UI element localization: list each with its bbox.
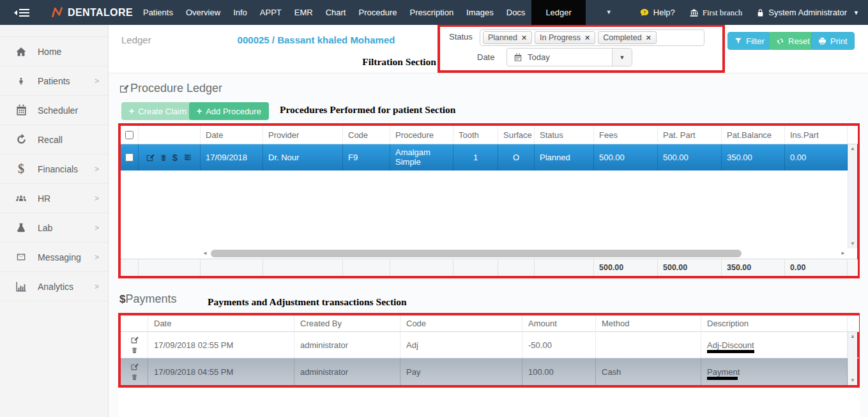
column-header-pat-part[interactable]: Pat. Part [658, 126, 722, 144]
status-multiselect[interactable]: Planned ✕ In Progress ✕ Completed ✕ [480, 29, 704, 46]
annotation-box-payments-table: Date Created By Code Amount Method Descr… [118, 313, 860, 388]
create-claim-button[interactable]: + Create Claim [121, 102, 194, 120]
column-header-date[interactable]: Date [148, 315, 294, 332]
status-tag-planned[interactable]: Planned ✕ [483, 31, 532, 44]
refresh-icon [776, 37, 784, 45]
nav-item-chart[interactable]: Chart [319, 0, 353, 25]
chevron-right-icon: > [95, 77, 99, 86]
column-header-tooth[interactable]: Tooth [453, 126, 498, 144]
column-header-pat-balance[interactable]: Pat.Balance [722, 126, 785, 144]
nav-item-images[interactable]: Images [460, 0, 500, 25]
edit-row-icon[interactable] [146, 153, 155, 162]
column-header-fees[interactable]: Fees [594, 126, 658, 144]
procedure-table-header: Date Provider Code Procedure Tooth Surfa… [121, 126, 857, 144]
select-all-checkbox[interactable] [125, 131, 133, 139]
sidebar-item-label: HR [38, 193, 50, 204]
date-select[interactable]: Today ▼ [506, 48, 632, 66]
edit-row-icon[interactable] [130, 336, 139, 344]
scrollbar-thumb[interactable] [211, 250, 742, 257]
ledger-lines-icon[interactable] [183, 153, 193, 162]
date-dropdown-button[interactable]: ▼ [612, 49, 632, 66]
sidebar-item-hr[interactable]: HR > [0, 184, 108, 213]
nav-item-ledger-active[interactable]: Ledger [531, 0, 585, 25]
procedure-vertical-scrollbar[interactable]: ▲ ▼ [848, 144, 857, 248]
delete-row-icon[interactable] [160, 153, 167, 162]
column-header-surface[interactable]: Surface [498, 126, 535, 144]
payments-actions-header [121, 315, 148, 332]
edit-row-icon[interactable] [130, 363, 139, 371]
print-button[interactable]: Print [811, 32, 855, 50]
sidebar-item-lab[interactable]: Lab > [0, 213, 108, 243]
column-header-method[interactable]: Method [596, 315, 701, 332]
nav-item-info[interactable]: Info [227, 0, 254, 25]
sidebar-item-home[interactable]: Home [0, 37, 108, 66]
add-procedure-button[interactable]: + Add Procedure [189, 102, 269, 120]
column-header-code[interactable]: Code [400, 315, 522, 332]
delete-row-icon[interactable] [131, 373, 138, 381]
branch-selector[interactable]: First branch [689, 8, 742, 18]
sidebar-item-financials[interactable]: $ Financials > [0, 155, 108, 184]
scroll-right-icon[interactable]: ► [841, 251, 846, 256]
nav-item-prescription[interactable]: Prescription [403, 0, 460, 25]
nav-item-patients[interactable]: Patients [137, 0, 179, 25]
column-header-ins-part[interactable]: Ins.Part [785, 126, 848, 144]
caret-down-icon: ▼ [620, 54, 625, 61]
sidebar-item-analytics[interactable]: Analytics > [0, 272, 108, 301]
scroll-down-icon[interactable]: ▼ [850, 378, 855, 383]
column-header-status[interactable]: Status [535, 126, 594, 144]
column-header-amount[interactable]: Amount [522, 315, 596, 332]
sidebar-item-scheduler[interactable]: Scheduler [0, 96, 108, 125]
nav-more-dropdown[interactable]: ▼ [606, 0, 612, 25]
scroll-left-icon[interactable]: ◄ [202, 251, 208, 256]
scroll-down-icon[interactable]: ▼ [850, 241, 855, 246]
help-menu[interactable]: Help? [639, 8, 675, 17]
procedure-row-selected[interactable]: $ 17/09/2018 Dr. Nour F9 Amalgam Simple … [121, 144, 857, 171]
scroll-up-icon[interactable]: ▲ [850, 334, 855, 339]
sidebar-item-messaging[interactable]: Messaging > [0, 243, 108, 272]
reset-button[interactable]: Reset [769, 32, 817, 50]
sidebar-item-recall[interactable]: Recall [0, 125, 108, 155]
payment-row-selected[interactable]: 17/09/2018 04:55 PM administrator Pay 10… [121, 358, 857, 385]
user-menu[interactable]: System Administrator ▼ [756, 8, 859, 17]
cell-created-by: administrator [294, 358, 400, 385]
delete-row-icon[interactable] [131, 346, 138, 354]
nav-item-emr[interactable]: EMR [288, 0, 319, 25]
sidebar-item-label: Patients [38, 76, 70, 86]
annotation-payments-section: Payments and Adjustment transactions Sec… [208, 296, 407, 308]
status-tag-in-progress[interactable]: In Progress ✕ [535, 31, 595, 44]
scroll-up-icon[interactable]: ▲ [850, 146, 855, 151]
nav-item-procedure[interactable]: Procedure [352, 0, 403, 25]
payment-row-icon[interactable]: $ [172, 152, 178, 163]
cell-pat-balance: 350.00 [722, 144, 785, 171]
app-logo: DENTALORE [51, 0, 133, 25]
status-tag-completed[interactable]: Completed ✕ [598, 31, 657, 44]
row-checkbox[interactable] [125, 153, 133, 162]
payment-row[interactable]: 17/09/2018 02:55 PM administrator Adj -5… [121, 332, 857, 358]
column-header-description[interactable]: Description [701, 315, 848, 332]
column-header-date[interactable]: Date [201, 126, 263, 144]
cell-code: Pay [400, 358, 522, 385]
column-header-provider[interactable]: Provider [263, 126, 343, 144]
column-header-code[interactable]: Code [343, 126, 390, 144]
remove-tag-icon[interactable]: ✕ [584, 34, 590, 42]
cell-amount: 100.00 [522, 358, 596, 385]
cell-status: Planned [535, 144, 594, 171]
remove-tag-icon[interactable]: ✕ [646, 34, 651, 42]
cell-date: 17/09/2018 02:55 PM [148, 332, 294, 358]
filter-button[interactable]: Filter [727, 32, 772, 50]
payments-vertical-scrollbar[interactable]: ▲ ▼ [848, 332, 857, 385]
column-header-created-by[interactable]: Created By [294, 315, 400, 332]
nav-item-appt[interactable]: APPT [254, 0, 288, 25]
patient-link[interactable]: 000025 / Bassant khaled Mohamed [172, 34, 460, 45]
nav-item-overview[interactable]: Overview [179, 0, 227, 25]
nav-item-docs[interactable]: Docs [500, 0, 532, 25]
remove-tag-icon[interactable]: ✕ [521, 34, 527, 42]
sidebar-toggle-button[interactable] [14, 0, 29, 25]
collapse-arrow-icon [14, 10, 17, 15]
procedure-horizontal-scrollbar[interactable]: ◄ ► [201, 248, 848, 259]
sidebar-item-patients[interactable]: Patients > [0, 66, 108, 96]
footer-spacer [139, 259, 201, 276]
status-tag-label: In Progress [540, 33, 581, 42]
column-header-procedure[interactable]: Procedure [390, 126, 453, 144]
plus-icon: + [197, 106, 202, 116]
